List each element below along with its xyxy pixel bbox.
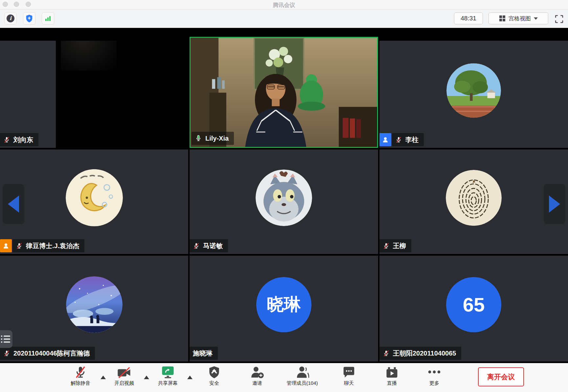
participant-name: 律豆博士.J.袁治杰 xyxy=(26,242,79,250)
participant-name: 李柱 xyxy=(405,135,419,144)
participant-tile[interactable]: 晓琳 施晓琳 xyxy=(190,256,378,361)
info-icon: i xyxy=(7,14,14,22)
meeting-timer: 48:31 xyxy=(454,12,483,24)
avatar xyxy=(446,63,501,118)
network-status-button[interactable] xyxy=(42,12,54,25)
participant-name: 刘向东 xyxy=(13,135,33,144)
view-mode-label: 宫格视图 xyxy=(509,15,531,22)
blue-person-badge xyxy=(379,133,391,146)
security-shield-icon xyxy=(25,14,34,23)
mic-muted-icon xyxy=(16,242,23,249)
avatar xyxy=(66,276,123,333)
share-screen-button[interactable]: 共享屏幕 xyxy=(142,365,194,386)
mic-muted-icon xyxy=(193,242,200,249)
manage-members-button[interactable]: 管理成员(104) xyxy=(276,365,329,386)
person-icon xyxy=(2,242,10,249)
arrow-left-icon xyxy=(8,196,19,213)
more-button[interactable]: 更多 xyxy=(408,365,461,386)
tencent-meeting-window: 腾讯会议 i 48:31 宫格视图 xyxy=(0,0,568,392)
leave-meeting-button[interactable]: 离开会议 xyxy=(478,367,524,386)
more-dots-icon xyxy=(427,370,442,374)
arrow-right-icon xyxy=(549,196,560,213)
titlebar: 腾讯会议 xyxy=(0,0,568,10)
video-feed xyxy=(191,38,377,147)
dark-video-feed xyxy=(56,41,188,148)
live-tv-icon xyxy=(385,366,398,379)
meeting-security-button[interactable] xyxy=(23,12,35,25)
participant-name: 马诺敏 xyxy=(203,242,223,250)
mic-muted-icon xyxy=(383,350,390,357)
avatar-initials: 65 xyxy=(446,277,501,332)
meeting-info-button[interactable]: i xyxy=(4,12,17,25)
network-signal-icon xyxy=(44,14,52,22)
participant-tile[interactable]: 65 王朝阳202011040065 xyxy=(379,256,568,361)
participant-tile[interactable]: 刘向东 xyxy=(0,41,188,148)
participant-tile[interactable]: 王柳 xyxy=(379,150,568,254)
participant-name: 202011040046陈柯言瀚德 xyxy=(13,349,90,358)
mic-muted-icon xyxy=(395,136,402,143)
camera-off-icon xyxy=(117,366,131,379)
invite-button[interactable]: 邀请 xyxy=(231,365,284,386)
avatar xyxy=(446,170,502,226)
participant-tile-speaking[interactable]: Lily-Xia xyxy=(190,37,378,148)
participant-name: Lily-Xia xyxy=(205,135,229,142)
participant-name: 王朝阳202011040065 xyxy=(393,349,456,358)
next-page-button[interactable] xyxy=(544,184,565,224)
view-mode-button[interactable]: 宫格视图 xyxy=(488,12,548,24)
video-grid: 刘向东 xyxy=(0,28,568,363)
grid-view-icon xyxy=(499,15,506,22)
mic-muted-icon xyxy=(3,136,10,143)
orange-person-badge xyxy=(0,239,12,252)
person-icon xyxy=(382,136,389,143)
window-title: 腾讯会议 xyxy=(0,1,568,9)
participant-tile[interactable]: 马诺敏 xyxy=(190,150,378,254)
participant-tile[interactable]: 律豆博士.J.袁治杰 xyxy=(0,150,188,254)
fullscreen-icon xyxy=(555,14,564,24)
avatar xyxy=(256,170,312,226)
mic-active-icon xyxy=(195,135,202,142)
security-shield-icon xyxy=(208,366,220,379)
mic-muted-icon xyxy=(383,242,390,249)
chat-bubble-icon xyxy=(342,366,355,379)
share-screen-icon xyxy=(161,366,174,379)
participant-tile[interactable]: 李柱 xyxy=(379,41,568,148)
participant-name: 施晓琳 xyxy=(193,349,213,358)
fullscreen-button[interactable] xyxy=(554,14,565,24)
avatar xyxy=(66,169,123,226)
participant-name: 王柳 xyxy=(393,242,406,250)
previous-page-button[interactable] xyxy=(3,184,24,224)
member-list-button[interactable] xyxy=(0,330,12,348)
bottom-toolbar: 解除静音 开启视频 xyxy=(0,363,568,392)
invite-person-icon xyxy=(250,366,264,379)
list-icon xyxy=(1,335,11,343)
meeting-toolbar: i 48:31 宫格视图 xyxy=(0,10,568,28)
microphone-muted-icon xyxy=(74,366,87,379)
avatar-initials: 晓琳 xyxy=(256,277,311,332)
members-icon xyxy=(295,366,309,379)
participant-tile[interactable]: 202011040046陈柯言瀚德 xyxy=(0,256,188,361)
chevron-down-icon xyxy=(534,17,538,20)
mic-muted-icon xyxy=(3,350,10,357)
